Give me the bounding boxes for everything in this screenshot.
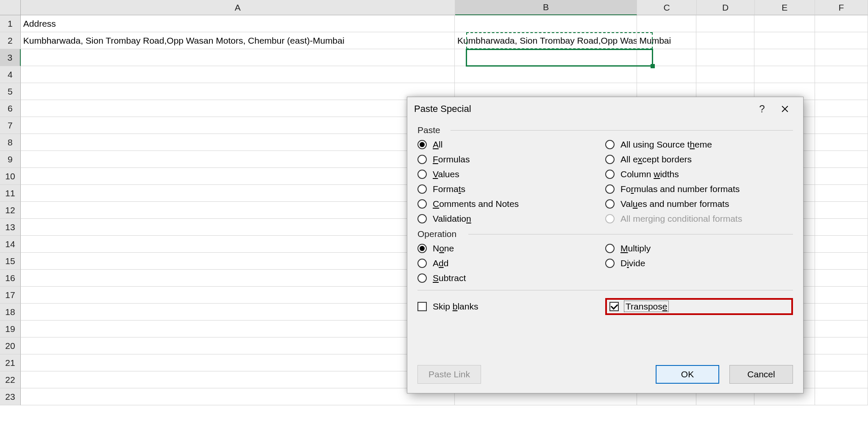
operation-add-radio[interactable]: Add [417, 258, 605, 268]
row-header[interactable]: 19 [0, 321, 21, 337]
cell[interactable] [815, 83, 868, 100]
row-header[interactable]: 23 [0, 388, 21, 405]
help-button[interactable]: ? [751, 97, 773, 121]
cell[interactable] [754, 32, 815, 49]
row-header[interactable]: 15 [0, 253, 21, 270]
fill-handle[interactable] [651, 64, 655, 68]
cell[interactable] [21, 287, 455, 304]
row-header[interactable]: 17 [0, 287, 21, 304]
cell[interactable] [754, 66, 815, 83]
row-header[interactable]: 12 [0, 202, 21, 219]
row-header[interactable]: 7 [0, 117, 21, 134]
operation-divide-radio[interactable]: Divide [605, 258, 793, 268]
row-header[interactable]: 10 [0, 168, 21, 185]
cell[interactable] [21, 236, 455, 253]
cell[interactable] [815, 388, 868, 405]
paste-values-radio[interactable]: Values [417, 169, 605, 179]
paste-val-num-radio[interactable]: Values and number formats [605, 199, 793, 209]
operation-subtract-radio[interactable]: Subtract [417, 273, 605, 283]
cell[interactable] [815, 185, 868, 202]
cell[interactable] [815, 168, 868, 185]
paste-except-borders-radio[interactable]: All except borders [605, 154, 793, 164]
row-header[interactable]: 2 [0, 32, 21, 49]
cell[interactable] [815, 117, 868, 134]
cell[interactable] [21, 117, 455, 134]
ok-button[interactable]: OK [656, 365, 719, 384]
column-header[interactable]: A [21, 0, 455, 15]
cell[interactable] [696, 49, 754, 66]
cell[interactable] [815, 202, 868, 219]
cell[interactable] [815, 337, 868, 354]
cell[interactable] [21, 371, 455, 388]
cell[interactable] [815, 151, 868, 168]
cell[interactable] [21, 185, 455, 202]
paste-link-button[interactable]: Paste Link [417, 365, 481, 384]
cell[interactable] [815, 371, 868, 388]
cell[interactable] [21, 83, 455, 100]
row-header[interactable]: 16 [0, 270, 21, 287]
cell[interactable]: Mumbai [637, 32, 697, 49]
cell[interactable]: Kumbharwada, Sion Trombay Road,Opp Wasan… [21, 32, 455, 49]
cell[interactable] [815, 304, 868, 321]
row-header[interactable]: 11 [0, 185, 21, 202]
cell[interactable] [21, 100, 455, 117]
paste-validation-radio[interactable]: Validation [417, 214, 605, 224]
cell[interactable] [815, 321, 868, 337]
row-header[interactable]: 8 [0, 134, 21, 151]
cell[interactable] [21, 337, 455, 354]
cell[interactable] [21, 66, 455, 83]
paste-fmla-num-radio[interactable]: Formulas and number formats [605, 184, 793, 194]
paste-formulas-radio[interactable]: Formulas [417, 154, 605, 164]
paste-comments-radio[interactable]: Comments and Notes [417, 199, 605, 209]
cell[interactable] [815, 287, 868, 304]
paste-col-widths-radio[interactable]: Column widths [605, 169, 793, 179]
cell[interactable] [21, 270, 455, 287]
row-header[interactable]: 4 [0, 66, 21, 83]
cell[interactable] [21, 168, 455, 185]
cell[interactable] [815, 49, 868, 66]
cell[interactable] [455, 15, 637, 32]
column-header[interactable]: E [755, 0, 815, 15]
column-header[interactable]: F [815, 0, 868, 15]
cell[interactable] [637, 15, 697, 32]
cell[interactable] [815, 219, 868, 236]
paste-formats-radio[interactable]: Formats [417, 184, 605, 194]
row-header[interactable]: 1 [0, 15, 21, 32]
cell[interactable] [754, 15, 815, 32]
cell[interactable] [637, 49, 697, 66]
paste-src-theme-radio[interactable]: All using Source theme [605, 139, 793, 150]
row-header[interactable]: 6 [0, 100, 21, 117]
column-header[interactable]: D [697, 0, 755, 15]
operation-none-radio[interactable]: None [417, 243, 605, 254]
row-header[interactable]: 18 [0, 304, 21, 321]
row-header[interactable]: 5 [0, 83, 21, 100]
cell[interactable] [21, 354, 455, 371]
cell[interactable] [696, 66, 754, 83]
cell[interactable] [455, 66, 637, 83]
close-button[interactable] [773, 97, 796, 121]
row-header[interactable]: 22 [0, 371, 21, 388]
row-header[interactable]: 20 [0, 337, 21, 354]
cell[interactable] [815, 100, 868, 117]
cell[interactable] [754, 49, 815, 66]
cell[interactable] [21, 304, 455, 321]
cell[interactable] [815, 66, 868, 83]
cell[interactable] [21, 253, 455, 270]
row-header[interactable]: 9 [0, 151, 21, 168]
row-header[interactable]: 14 [0, 236, 21, 253]
cell[interactable] [21, 321, 455, 337]
cell[interactable] [21, 49, 455, 66]
cell[interactable] [21, 202, 455, 219]
cell[interactable] [815, 134, 868, 151]
cancel-button[interactable]: Cancel [729, 365, 793, 384]
transpose-checkbox[interactable]: Transpose [609, 301, 668, 312]
cell[interactable] [696, 15, 754, 32]
operation-multiply-radio[interactable]: Multiply [605, 243, 793, 254]
skip-blanks-checkbox[interactable]: Skip blanks [417, 301, 605, 312]
column-header[interactable]: C [637, 0, 697, 15]
cell[interactable]: Kumbharwada, Sion Trombay Road,Opp Wasan… [455, 32, 637, 49]
cell[interactable] [815, 236, 868, 253]
cell[interactable] [21, 134, 455, 151]
row-header[interactable]: 21 [0, 354, 21, 371]
cell[interactable] [815, 32, 868, 49]
